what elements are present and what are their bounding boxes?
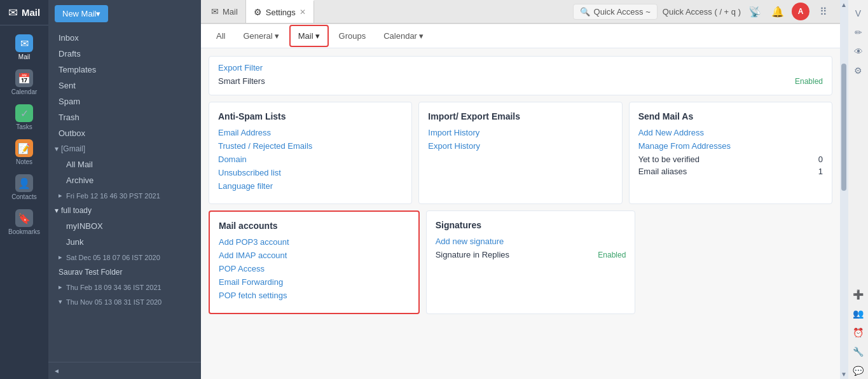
anti-spam-card: Anti-Spam Lists Email Address Trusted / … <box>209 102 412 204</box>
mail-tab-icon: ✉ <box>211 6 219 17</box>
apps-grid-icon[interactable]: ⠿ <box>815 3 832 20</box>
anti-spam-email-link[interactable]: Email Address <box>218 128 403 137</box>
folder-item-inbox[interactable]: Inbox <box>48 30 201 46</box>
folder-item-trash[interactable]: Trash <box>48 109 201 125</box>
settings-tab-icon: ⚙ <box>254 7 262 17</box>
anti-spam-trusted-link[interactable]: Trusted / Rejected Emails <box>218 141 403 151</box>
search-icon: 🔍 <box>580 7 590 17</box>
folder-item-thu2[interactable]: ▾ Thu Nov 05 13 08 31 IST 2020 <box>48 294 201 309</box>
export-history-link[interactable]: Export History <box>428 141 612 151</box>
folder-item-spam[interactable]: Spam <box>48 93 201 109</box>
tasks-nav-icon: ✓ <box>20 107 29 120</box>
import-export-title: Import/ Export Emails <box>428 111 612 121</box>
sidebar-item-notes[interactable]: 📝 Notes <box>5 135 43 169</box>
right-icon-settings[interactable]: ⚙ <box>850 62 867 79</box>
collapse-icon-sat: ▸ <box>59 253 62 261</box>
add-new-address-link[interactable]: Add New Address <box>638 128 823 137</box>
folder-collapse-btn[interactable]: ◂ <box>48 362 201 379</box>
mail-accounts-title: Mail accounts <box>219 221 410 231</box>
folder-item-sent[interactable]: Sent <box>48 78 201 93</box>
sidebar-item-calendar[interactable]: 📅 Calendar <box>5 65 43 99</box>
right-icon-eye[interactable]: 👁 <box>850 43 867 60</box>
collapse-icon: ▾ <box>55 144 59 153</box>
anti-spam-unsubscribed-link[interactable]: Unsubscribed list <box>218 168 403 177</box>
new-mail-button[interactable]: New Mail ▾ <box>55 5 108 22</box>
folder-item-sat[interactable]: ▸ Sat Dec 05 18 07 06 IST 2020 <box>48 250 201 265</box>
export-filter-link[interactable]: Export Filter <box>218 63 823 72</box>
settings-nav-general[interactable]: General ▾ <box>235 26 286 46</box>
mail-app-icon: ✉ <box>8 6 18 20</box>
import-export-card: Import/ Export Emails Import History Exp… <box>418 102 622 204</box>
right-icon-users[interactable]: 👥 <box>850 305 867 322</box>
mail-accounts-card: Mail accounts Add POP3 account Add IMAP … <box>209 210 420 314</box>
sidebar-item-tasks[interactable]: ✓ Tasks <box>5 100 43 134</box>
import-history-link[interactable]: Import History <box>428 128 612 137</box>
right-icon-v[interactable]: V <box>850 5 867 22</box>
mail-tab-label: Mail <box>223 7 238 17</box>
sidebar-item-mail[interactable]: ✉ Mail <box>5 31 43 64</box>
folder-panel: New Mail ▾ Inbox Drafts Templates Sent S… <box>48 0 201 379</box>
settings-nav-groups[interactable]: Groups <box>331 26 374 46</box>
add-pop3-link[interactable]: Add POP3 account <box>219 237 410 247</box>
add-imap-link[interactable]: Add IMAP account <box>219 251 410 260</box>
right-icon-clock[interactable]: ⏰ <box>850 324 867 341</box>
vertical-scrollbar[interactable]: ▲ ▼ <box>840 0 848 379</box>
folder-item-junk[interactable]: Junk <box>48 234 201 250</box>
anti-spam-domain-link[interactable]: Domain <box>218 155 403 164</box>
folder-item-saurav[interactable]: Saurav Test Folder <box>48 265 201 280</box>
notes-nav-icon: 📝 <box>18 142 31 155</box>
folder-item-fri[interactable]: ▸ Fri Feb 12 16 46 30 PST 2021 <box>48 188 201 203</box>
browser-tab-mail[interactable]: ✉ Mail <box>203 0 246 23</box>
broadcast-icon[interactable]: 📡 <box>746 3 764 20</box>
sidebar-item-bookmarks[interactable]: 🔖 Bookmarks <box>5 205 43 239</box>
smart-filters-value: Enabled <box>795 77 823 86</box>
collapse-icon-thu: ▸ <box>59 283 62 291</box>
folder-item-drafts[interactable]: Drafts <box>48 46 201 62</box>
collapse-icon-thu2: ▾ <box>59 298 62 306</box>
contacts-nav-icon: 👤 <box>18 177 31 190</box>
settings-tab-close[interactable]: ✕ <box>300 8 306 17</box>
settings-nav-all[interactable]: All <box>209 26 233 46</box>
folder-item-templates[interactable]: Templates <box>48 62 201 78</box>
folder-item-all-mail[interactable]: All Mail <box>48 156 201 172</box>
folder-item-outbox[interactable]: Outbox <box>48 125 201 141</box>
mail-nav-label: Mail <box>18 53 30 60</box>
card-row-2: Mail accounts Add POP3 account Add IMAP … <box>209 210 832 314</box>
anti-spam-language-link[interactable]: Language filter <box>218 181 403 191</box>
notification-bell-icon[interactable]: 🔔 <box>769 3 787 20</box>
manage-from-addresses-link[interactable]: Manage From Addresses <box>638 141 823 151</box>
pop-access-link[interactable]: POP Access <box>219 264 410 273</box>
send-mail-as-title: Send Mail As <box>638 111 823 121</box>
folder-item-thu[interactable]: ▸ Thu Feb 18 09 34 36 IST 2021 <box>48 280 201 294</box>
browser-tab-settings[interactable]: ⚙ Settings ✕ <box>246 0 314 23</box>
send-mail-as-card: Send Mail As Add New Address Manage From… <box>629 102 832 204</box>
settings-nav-mail[interactable]: Mail ▾ <box>289 25 329 47</box>
new-mail-dropdown-icon: ▾ <box>96 9 100 18</box>
tasks-nav-label: Tasks <box>16 123 32 130</box>
add-signature-link[interactable]: Add new signature <box>436 237 626 246</box>
user-avatar[interactable]: A <box>792 3 809 20</box>
general-dropdown-icon: ▾ <box>275 31 279 41</box>
right-icon-add[interactable]: ➕ <box>850 286 867 303</box>
scrollbar-thumb[interactable] <box>841 64 846 191</box>
search-label: Quick Access ~ <box>594 7 651 17</box>
pop-fetch-settings-link[interactable]: POP fetch settings <box>219 291 410 300</box>
right-icon-edit[interactable]: ✏ <box>850 24 867 41</box>
quick-access-search[interactable]: 🔍 Quick Access ~ <box>573 4 658 20</box>
filter-section: Export Filter Smart Filters Enabled <box>209 56 832 95</box>
folder-item-myinbox[interactable]: myINBOX <box>48 218 201 234</box>
right-icon-chat[interactable]: 💬 <box>850 362 867 379</box>
calendar-nav-label: Calendar <box>11 88 38 95</box>
right-icon-gear[interactable]: 🔧 <box>850 343 867 360</box>
folder-group-full-toady[interactable]: ▾ full toady <box>48 203 201 218</box>
sidebar-item-contacts[interactable]: 👤 Contacts <box>5 170 43 204</box>
card-row-1: Anti-Spam Lists Email Address Trusted / … <box>209 102 832 204</box>
settings-nav-calendar[interactable]: Calendar ▾ <box>376 26 431 46</box>
folder-collapse-icon: ◂ <box>55 366 59 375</box>
email-forwarding-link[interactable]: Email Forwarding <box>219 277 410 287</box>
settings-content: Export Filter Smart Filters Enabled Anti… <box>201 48 840 379</box>
signatures-card: Signatures Add new signature Signature i… <box>426 210 636 314</box>
folder-group-gmail[interactable]: ▾ [Gmail] <box>48 141 201 156</box>
smart-filters-label: Smart Filters <box>218 76 265 86</box>
folder-item-archive[interactable]: Archive <box>48 172 201 188</box>
